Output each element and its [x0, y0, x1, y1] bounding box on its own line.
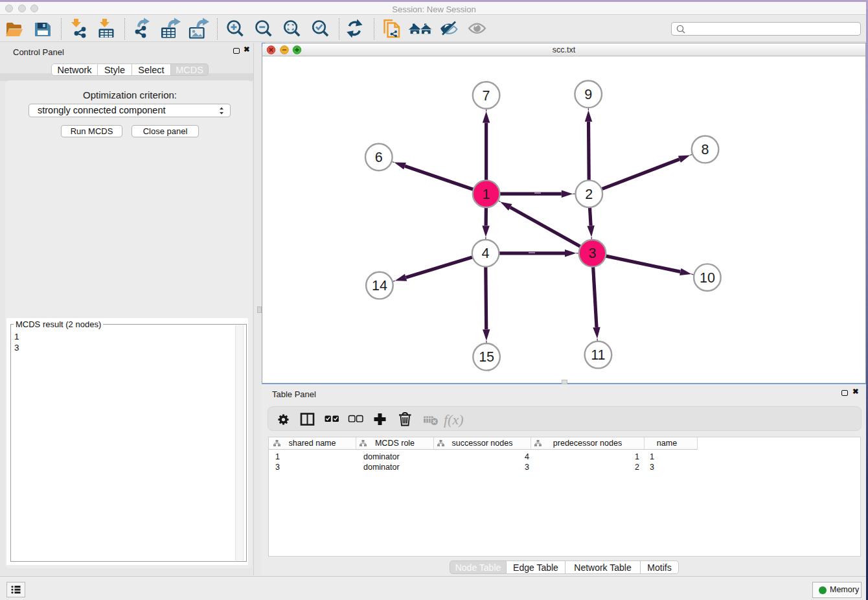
svg-text:10: 10: [700, 270, 715, 286]
svg-text:9: 9: [584, 87, 592, 102]
svg-text:7: 7: [483, 88, 490, 104]
svg-text:f(x): f(x): [444, 411, 464, 428]
svg-text:3: 3: [589, 246, 597, 261]
svg-text:2: 2: [585, 187, 593, 202]
svg-text:8: 8: [702, 142, 709, 157]
svg-text:6: 6: [375, 150, 383, 165]
svg-text:15: 15: [479, 349, 494, 365]
svg-text:4: 4: [482, 246, 490, 261]
svg-text:11: 11: [591, 347, 605, 363]
svg-text:14: 14: [372, 278, 387, 294]
svg-text:1: 1: [483, 187, 490, 202]
